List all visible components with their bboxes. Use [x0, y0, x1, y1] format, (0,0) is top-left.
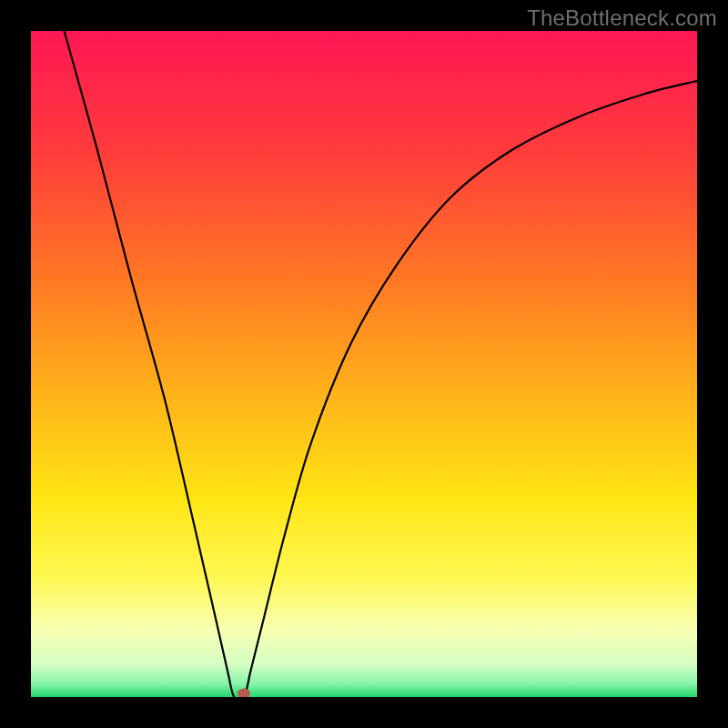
bottleneck-curve	[31, 31, 697, 697]
watermark-text: TheBottleneck.com	[527, 5, 717, 31]
chart-frame: TheBottleneck.com	[0, 0, 728, 728]
plot-area	[31, 31, 697, 697]
minimum-marker	[238, 689, 250, 697]
